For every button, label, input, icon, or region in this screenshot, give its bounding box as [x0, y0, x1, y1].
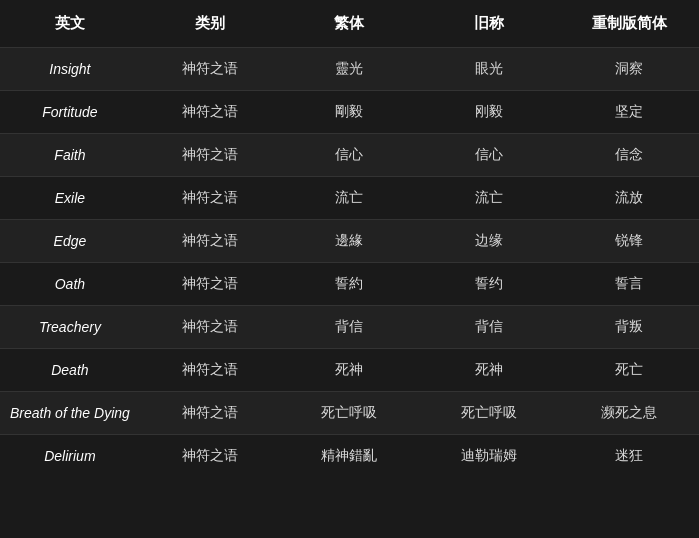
cell-traditional: 死神 [280, 349, 420, 392]
cell-new: 信念 [559, 134, 699, 177]
cell-old: 流亡 [419, 177, 559, 220]
cell-en: Fortitude [0, 91, 140, 134]
cell-old: 迪勒瑞姆 [419, 435, 559, 478]
cell-new: 流放 [559, 177, 699, 220]
cell-type: 神符之语 [140, 263, 280, 306]
cell-new: 洞察 [559, 48, 699, 91]
cell-en: Treachery [0, 306, 140, 349]
cell-traditional: 背信 [280, 306, 420, 349]
cell-old: 信心 [419, 134, 559, 177]
cell-old: 死亡呼吸 [419, 392, 559, 435]
table-row: Death神符之语死神死神死亡 [0, 349, 699, 392]
cell-new: 背叛 [559, 306, 699, 349]
cell-old: 背信 [419, 306, 559, 349]
cell-old: 刚毅 [419, 91, 559, 134]
cell-en: Insight [0, 48, 140, 91]
cell-traditional: 邊緣 [280, 220, 420, 263]
cell-traditional: 流亡 [280, 177, 420, 220]
cell-new: 誓言 [559, 263, 699, 306]
cell-type: 神符之语 [140, 48, 280, 91]
cell-traditional: 靈光 [280, 48, 420, 91]
cell-en: Breath of the Dying [0, 392, 140, 435]
cell-old: 眼光 [419, 48, 559, 91]
cell-en: Exile [0, 177, 140, 220]
cell-old: 死神 [419, 349, 559, 392]
cell-en: Edge [0, 220, 140, 263]
cell-type: 神符之语 [140, 349, 280, 392]
table-row: Fortitude神符之语剛毅刚毅坚定 [0, 91, 699, 134]
cell-type: 神符之语 [140, 220, 280, 263]
cell-en: Faith [0, 134, 140, 177]
table-row: Faith神符之语信心信心信念 [0, 134, 699, 177]
cell-traditional: 精神錯亂 [280, 435, 420, 478]
cell-traditional: 誓約 [280, 263, 420, 306]
table-row: Treachery神符之语背信背信背叛 [0, 306, 699, 349]
header-type: 类别 [140, 0, 280, 48]
cell-new: 死亡 [559, 349, 699, 392]
cell-type: 神符之语 [140, 134, 280, 177]
cell-old: 誓约 [419, 263, 559, 306]
table-row: Delirium神符之语精神錯亂迪勒瑞姆迷狂 [0, 435, 699, 478]
cell-traditional: 死亡呼吸 [280, 392, 420, 435]
cell-type: 神符之语 [140, 306, 280, 349]
table-row: Exile神符之语流亡流亡流放 [0, 177, 699, 220]
header-old: 旧称 [419, 0, 559, 48]
table-row: Oath神符之语誓約誓约誓言 [0, 263, 699, 306]
table-row: Edge神符之语邊緣边缘锐锋 [0, 220, 699, 263]
cell-type: 神符之语 [140, 435, 280, 478]
cell-new: 迷狂 [559, 435, 699, 478]
cell-en: Delirium [0, 435, 140, 478]
cell-en: Oath [0, 263, 140, 306]
rune-words-table: 英文 类别 繁体 旧称 重制版简体 Insight神符之语靈光眼光洞察Forti… [0, 0, 699, 477]
cell-new: 坚定 [559, 91, 699, 134]
header-traditional: 繁体 [280, 0, 420, 48]
cell-type: 神符之语 [140, 177, 280, 220]
table-header-row: 英文 类别 繁体 旧称 重制版简体 [0, 0, 699, 48]
cell-new: 濒死之息 [559, 392, 699, 435]
cell-old: 边缘 [419, 220, 559, 263]
table-row: Insight神符之语靈光眼光洞察 [0, 48, 699, 91]
cell-new: 锐锋 [559, 220, 699, 263]
cell-traditional: 信心 [280, 134, 420, 177]
table-row: Breath of the Dying神符之语死亡呼吸死亡呼吸濒死之息 [0, 392, 699, 435]
cell-traditional: 剛毅 [280, 91, 420, 134]
cell-type: 神符之语 [140, 91, 280, 134]
cell-type: 神符之语 [140, 392, 280, 435]
cell-en: Death [0, 349, 140, 392]
header-en: 英文 [0, 0, 140, 48]
header-new: 重制版简体 [559, 0, 699, 48]
